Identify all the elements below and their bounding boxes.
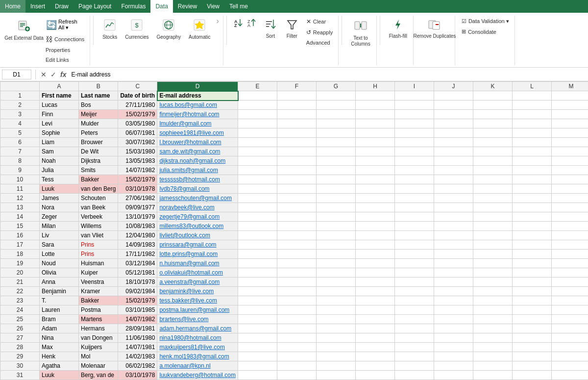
- empty-cell-18[interactable]: [552, 250, 588, 259]
- empty-cell-20[interactable]: [473, 268, 513, 278]
- empty-cell-25[interactable]: [356, 315, 395, 324]
- empty-cell-12[interactable]: [277, 194, 317, 203]
- row-header-6[interactable]: 6: [0, 138, 40, 147]
- cell-11-d[interactable]: lvdb78@gmail.com: [157, 184, 238, 194]
- row-header-28[interactable]: 28: [0, 343, 40, 352]
- empty-cell-3[interactable]: [513, 110, 552, 119]
- cell-10-a[interactable]: Tess: [40, 175, 79, 184]
- empty-cell-14[interactable]: [434, 212, 473, 222]
- empty-cell-3[interactable]: [473, 110, 513, 119]
- empty-cell-14[interactable]: [356, 212, 395, 222]
- cell-16-a[interactable]: Liv: [40, 231, 79, 240]
- sort-za-button[interactable]: ZA: [246, 17, 259, 28]
- empty-cell-15[interactable]: [434, 222, 473, 231]
- empty-cell-27[interactable]: [552, 333, 588, 343]
- empty-cell-7[interactable]: [395, 147, 434, 156]
- data-validation-button[interactable]: ☑ Data Validation ▾: [459, 17, 512, 26]
- empty-cell-18[interactable]: [473, 250, 513, 259]
- cell-12-b[interactable]: Schouten: [79, 194, 118, 203]
- empty-cell-5[interactable]: [513, 128, 552, 138]
- empty-cell-20[interactable]: [356, 268, 395, 278]
- row-header-3[interactable]: 3: [0, 110, 40, 119]
- cell-30-a[interactable]: Agatha: [40, 361, 79, 371]
- empty-cell-19[interactable]: [317, 259, 356, 268]
- empty-cell-22[interactable]: [434, 287, 473, 296]
- row-header-17[interactable]: 17: [0, 240, 40, 250]
- empty-cell-1[interactable]: [434, 91, 473, 101]
- empty-cell-16[interactable]: [434, 231, 473, 240]
- cell-13-b[interactable]: van Beek: [79, 203, 118, 212]
- empty-cell-4[interactable]: [434, 119, 473, 128]
- cell-13-c[interactable]: 09/09/1977: [118, 203, 157, 212]
- empty-cell-23[interactable]: [395, 296, 434, 305]
- cell-27-d[interactable]: nina1980@hotmail.com: [157, 333, 238, 343]
- cell-6-c[interactable]: 30/07/1982: [118, 138, 157, 147]
- cell-26-c[interactable]: 28/09/1981: [118, 324, 157, 333]
- empty-cell-4[interactable]: [317, 119, 356, 128]
- empty-cell-20[interactable]: [552, 268, 588, 278]
- empty-cell-13[interactable]: [513, 203, 552, 212]
- empty-cell-25[interactable]: [513, 315, 552, 324]
- empty-cell-8[interactable]: [552, 156, 588, 166]
- empty-cell-22[interactable]: [317, 287, 356, 296]
- empty-cell-28[interactable]: [277, 343, 317, 352]
- empty-cell-13[interactable]: [434, 203, 473, 212]
- empty-cell-6[interactable]: [356, 138, 395, 147]
- empty-cell-6[interactable]: [395, 138, 434, 147]
- cell-28-b[interactable]: Kuijpers: [79, 343, 118, 352]
- cell-7-d[interactable]: sam.de.wit@gmail.com: [157, 147, 238, 156]
- empty-cell-5[interactable]: [238, 128, 277, 138]
- empty-cell-8[interactable]: [513, 156, 552, 166]
- empty-cell-21[interactable]: [238, 278, 277, 287]
- cell-3-a[interactable]: Finn: [40, 110, 79, 119]
- empty-cell-29[interactable]: [238, 352, 277, 361]
- empty-cell-25[interactable]: [317, 315, 356, 324]
- empty-cell-28[interactable]: [356, 343, 395, 352]
- empty-cell-14[interactable]: [277, 212, 317, 222]
- empty-cell-3[interactable]: [317, 110, 356, 119]
- row-header-4[interactable]: 4: [0, 119, 40, 128]
- empty-cell-2[interactable]: [395, 101, 434, 110]
- menu-item-review[interactable]: Review: [173, 0, 202, 13]
- empty-cell-28[interactable]: [552, 343, 588, 352]
- cell-26-d[interactable]: adam.hermans@gmail.com: [157, 324, 238, 333]
- row-header-29[interactable]: 29: [0, 352, 40, 361]
- cell-14-b[interactable]: Verbeek: [79, 212, 118, 222]
- empty-cell-31[interactable]: [277, 371, 317, 380]
- empty-cell-23[interactable]: [317, 296, 356, 305]
- col-header-f[interactable]: F: [277, 82, 317, 91]
- empty-cell-31[interactable]: [513, 371, 552, 380]
- cell-8-d[interactable]: dijkstra.noah@gmail.com: [157, 156, 238, 166]
- cell-20-c[interactable]: 05/12/1981: [118, 268, 157, 278]
- cell-29-a[interactable]: Henk: [40, 352, 79, 361]
- empty-cell-2[interactable]: [277, 101, 317, 110]
- empty-cell-7[interactable]: [317, 147, 356, 156]
- empty-cell-7[interactable]: [513, 147, 552, 156]
- cell-27-b[interactable]: van Dongen: [79, 333, 118, 343]
- cell-17-c[interactable]: 14/09/1983: [118, 240, 157, 250]
- cell-4-d[interactable]: lmulder@gmail.com: [157, 119, 238, 128]
- empty-cell-19[interactable]: [395, 259, 434, 268]
- empty-cell-13[interactable]: [395, 203, 434, 212]
- empty-cell-19[interactable]: [434, 259, 473, 268]
- empty-cell-17[interactable]: [434, 240, 473, 250]
- cell-28-c[interactable]: 14/07/1981: [118, 343, 157, 352]
- empty-cell-17[interactable]: [277, 240, 317, 250]
- empty-cell-21[interactable]: [395, 278, 434, 287]
- cell-7-b[interactable]: De Wit: [79, 147, 118, 156]
- properties-button[interactable]: Properties: [43, 46, 87, 54]
- insert-function-button[interactable]: fx: [59, 70, 67, 79]
- empty-cell-9[interactable]: [356, 166, 395, 175]
- empty-cell-9[interactable]: [317, 166, 356, 175]
- menu-item-view[interactable]: View: [202, 0, 224, 13]
- empty-cell-23[interactable]: [238, 296, 277, 305]
- cell-5-b[interactable]: Peters: [79, 128, 118, 138]
- empty-cell-1[interactable]: [513, 91, 552, 101]
- cell-19-c[interactable]: 03/12/1984: [118, 259, 157, 268]
- cell-31-c[interactable]: 03/10/1978: [118, 371, 157, 380]
- cell-2-d[interactable]: lucas.bos@gmail.com: [157, 101, 238, 110]
- cell-4-c[interactable]: 03/05/1980: [118, 119, 157, 128]
- empty-cell-27[interactable]: [238, 333, 277, 343]
- cell-6-b[interactable]: Brouwer: [79, 138, 118, 147]
- empty-cell-19[interactable]: [238, 259, 277, 268]
